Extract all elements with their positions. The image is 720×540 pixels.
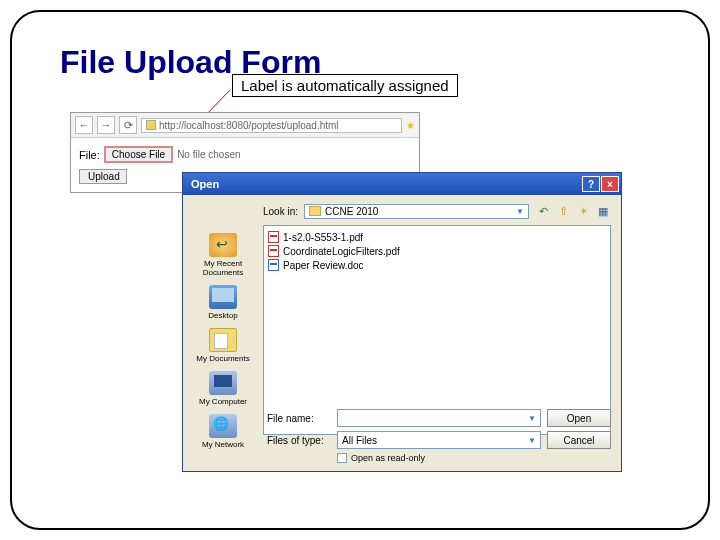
up-folder-icon[interactable]: ⇧ [555,203,571,219]
views-icon[interactable]: ▦ [595,203,611,219]
filetype-row: Files of type: All Files ▼ Cancel [267,431,611,449]
folder-icon [309,206,321,216]
go-back-icon[interactable]: ↶ [535,203,551,219]
no-file-text: No file chosen [177,149,240,160]
filename-row: File name: ▼ Open [267,409,611,427]
place-recent[interactable]: My Recent Documents [183,229,263,281]
file-input-row: File: Choose File No file chosen [79,146,411,163]
callout-label: Label is automatically assigned [232,74,458,97]
file-name: Paper Review.doc [283,260,364,271]
open-button[interactable]: Open [547,409,611,427]
network-icon [209,414,237,438]
open-dialog: Open ? × Look in: CCNE 2010 ▼ ↶ ⇧ ✶ ▦ [182,172,622,472]
filename-label: File name: [267,413,331,424]
dialog-body: My Recent Documents Desktop My Documents… [183,225,621,435]
titlebar-buttons: ? × [582,176,619,192]
address-bar[interactable]: http://localhost:8080/poptest/upload.htm… [141,118,402,133]
desktop-icon [209,285,237,309]
file-item[interactable]: 1-s2.0-S553-1.pdf [268,230,606,244]
bookmark-star-icon[interactable]: ★ [406,120,415,131]
place-computer[interactable]: My Computer [183,367,263,410]
places-bar: My Recent Documents Desktop My Documents… [183,225,263,435]
url-text: http://localhost:8080/poptest/upload.htm… [159,120,339,131]
new-folder-icon[interactable]: ✶ [575,203,591,219]
browser-toolbar: ← → ⟳ http://localhost:8080/poptest/uplo… [71,113,419,138]
lookin-label: Look in: [263,206,298,217]
lookin-value: CCNE 2010 [325,206,378,217]
dialog-title: Open [191,178,219,190]
lookin-row: Look in: CCNE 2010 ▼ ↶ ⇧ ✶ ▦ [183,195,621,225]
readonly-checkbox[interactable] [337,453,347,463]
recent-icon [209,233,237,257]
close-button[interactable]: × [601,176,619,192]
reload-button[interactable]: ⟳ [119,116,137,134]
place-docs-label: My Documents [196,354,249,363]
file-item[interactable]: CoordinateLogicFilters.pdf [268,244,606,258]
lookin-dropdown[interactable]: CCNE 2010 ▼ [304,204,529,219]
place-docs[interactable]: My Documents [183,324,263,367]
place-computer-label: My Computer [199,397,247,406]
filetype-label: Files of type: [267,435,331,446]
pdf-icon [268,231,279,243]
forward-button[interactable]: → [97,116,115,134]
upload-button[interactable]: Upload [79,169,127,184]
dialog-bottom: File name: ▼ Open Files of type: All Fil… [267,409,611,463]
slide-frame: File Upload Form Label is automatically … [10,10,710,530]
chevron-down-icon: ▼ [516,207,524,216]
place-desktop[interactable]: Desktop [183,281,263,324]
computer-icon [209,371,237,395]
choose-file-button[interactable]: Choose File [104,146,173,163]
back-button[interactable]: ← [75,116,93,134]
place-desktop-label: Desktop [208,311,237,320]
chevron-down-icon: ▼ [528,414,536,423]
chevron-down-icon: ▼ [528,436,536,445]
readonly-row: Open as read-only [337,453,611,463]
filetype-value: All Files [342,435,377,446]
file-label: File: [79,149,100,161]
file-name: CoordinateLogicFilters.pdf [283,246,400,257]
place-network-label: My Network [202,440,244,449]
help-button[interactable]: ? [582,176,600,192]
file-item[interactable]: Paper Review.doc [268,258,606,272]
doc-icon [268,259,279,271]
file-name: 1-s2.0-S553-1.pdf [283,232,363,243]
place-network[interactable]: My Network [183,410,263,453]
readonly-label: Open as read-only [351,453,425,463]
filetype-select[interactable]: All Files ▼ [337,431,541,449]
place-recent-label: My Recent Documents [185,259,261,277]
dialog-titlebar: Open ? × [183,173,621,195]
filename-input[interactable]: ▼ [337,409,541,427]
cancel-button[interactable]: Cancel [547,431,611,449]
file-list[interactable]: 1-s2.0-S553-1.pdf CoordinateLogicFilters… [263,225,611,435]
documents-icon [209,328,237,352]
pdf-icon [268,245,279,257]
page-icon [146,120,156,130]
dialog-tool-icons: ↶ ⇧ ✶ ▦ [535,203,611,219]
